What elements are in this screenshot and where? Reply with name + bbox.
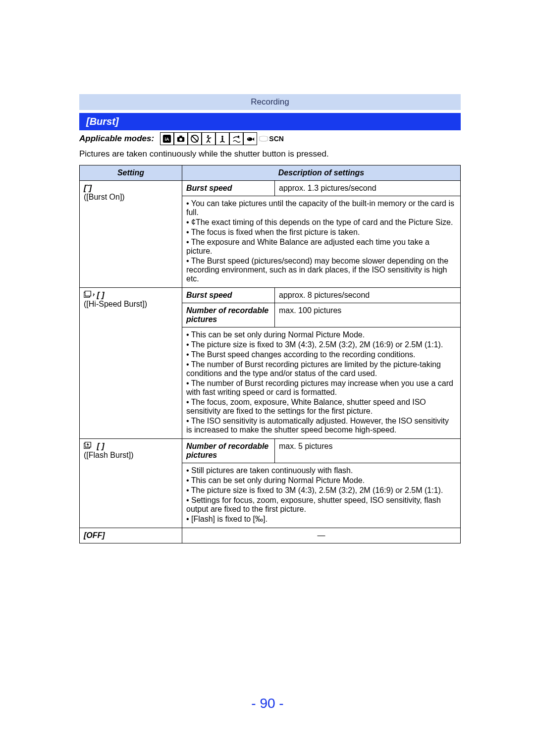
col-description: Description of settings (182, 165, 461, 181)
underwater-icon (243, 132, 257, 145)
hispeed-label: [ ] (97, 291, 104, 299)
col-setting: Setting (80, 165, 182, 181)
scene-mode-icon: SCN (270, 133, 283, 145)
svg-point-4 (179, 138, 182, 141)
off-label: [OFF] (80, 528, 182, 543)
hispeed-notes: • This can be set only during Normal Pic… (182, 327, 461, 439)
sports-icon (202, 132, 215, 145)
svg-line-6 (192, 136, 198, 142)
hispeed-speed-label: Burst speed (182, 288, 275, 303)
burst-on-sub: ([Burst On]) (84, 193, 125, 201)
svg-point-7 (207, 135, 209, 137)
svg-point-8 (221, 136, 223, 138)
svg-point-12 (249, 138, 250, 139)
svg-rect-14 (85, 291, 91, 296)
flashburst-label: [ ] (97, 442, 104, 450)
section-header: Recording (79, 94, 461, 110)
svg-text:iA: iA (165, 137, 170, 142)
flashburst-count-value: max. 5 pictures (275, 439, 461, 463)
hispeed-speed-value: approx. 8 pictures/second (275, 288, 461, 303)
applicable-modes-label: Applicable modes: (79, 134, 154, 144)
beach-icon (229, 132, 243, 145)
svg-rect-3 (179, 136, 182, 138)
hispeed-count-label: Number of recordable pictures (182, 303, 275, 327)
burst-speed-value: approx. 1.3 pictures/second (275, 181, 461, 196)
page-title: [Burst] (79, 113, 461, 130)
intelligent-auto-icon: iA (160, 132, 174, 145)
hispeed-count-value: max. 100 pictures (275, 303, 461, 327)
intro-text: Pictures are taken continuously while th… (79, 149, 461, 159)
table-row: H [ ] ([Hi-Speed Burst]) Burst speed app… (80, 288, 461, 303)
hispeed-icon: H (84, 291, 97, 299)
snow-icon (215, 132, 229, 145)
flashburst-count-label: Number of recordable pictures (182, 439, 275, 463)
page-number: - 90 - (0, 696, 535, 711)
table-row: [˜] ([Burst On]) Burst speed approx. 1.3… (80, 181, 461, 196)
svg-point-10 (238, 136, 240, 138)
applicable-modes-row: Applicable modes: iA (79, 132, 461, 145)
svg-text:H: H (93, 292, 95, 297)
burst-settings-table: Setting Description of settings [˜] ([Bu… (79, 165, 461, 543)
burst-speed-label: Burst speed (182, 181, 275, 196)
svg-rect-9 (222, 137, 223, 141)
table-row: [ ] ([Flash Burst]) Number of recordable… (80, 439, 461, 463)
creative-control-icon (188, 132, 202, 145)
mode-icon-strip: iA SCN (160, 132, 283, 145)
hispeed-sub: ([Hi-Speed Burst]) (84, 300, 147, 308)
flashburst-icon (84, 442, 97, 450)
table-row: [OFF] — (80, 528, 461, 543)
flashburst-sub: ([Flash Burst]) (84, 451, 133, 459)
panorama-icon (257, 133, 270, 145)
normal-picture-icon (174, 132, 188, 145)
burst-on-notes: • You can take pictures until the capaci… (182, 196, 461, 288)
burst-on-label: [˜] (84, 184, 92, 192)
off-value: — (182, 528, 461, 543)
svg-point-11 (247, 137, 253, 141)
flashburst-notes: • Still pictures are taken continuously … (182, 463, 461, 528)
